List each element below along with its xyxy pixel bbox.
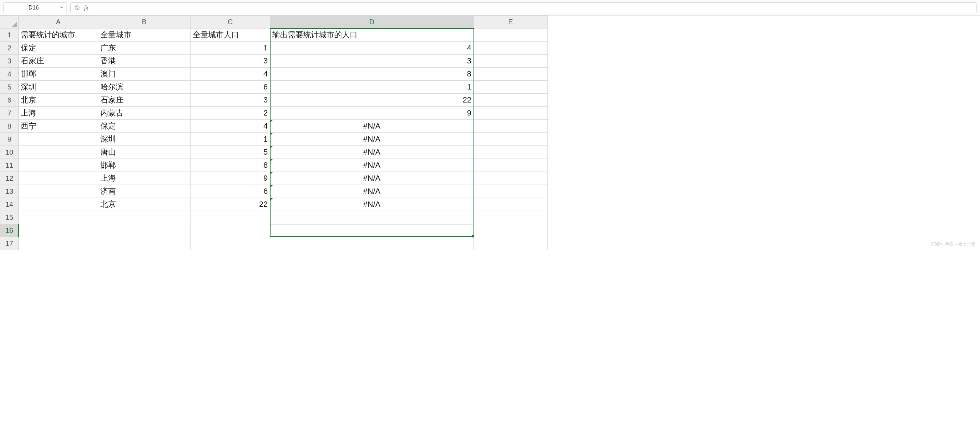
cell-D3[interactable]: 3 [270, 54, 474, 68]
cell-A16[interactable] [19, 224, 98, 237]
name-box[interactable]: D16 [3, 2, 67, 13]
cell-B9[interactable]: 深圳 [98, 133, 191, 146]
cell-E14[interactable] [474, 198, 548, 211]
row-header-9[interactable]: 9 [0, 133, 19, 146]
cell-D6[interactable]: 22 [270, 94, 474, 107]
column-header-C[interactable]: C [191, 16, 270, 29]
cell-C3[interactable]: 3 [191, 54, 270, 68]
cell-A3[interactable]: 石家庄 [19, 54, 98, 68]
cell-C8[interactable]: 4 [191, 120, 270, 133]
cell-B15[interactable] [98, 211, 191, 224]
cell-D12[interactable]: #N/A [270, 172, 474, 185]
cell-E4[interactable] [474, 68, 548, 81]
cell-C14[interactable]: 22 [191, 198, 270, 211]
cancel-icon[interactable] [74, 4, 81, 11]
row-header-6[interactable]: 6 [0, 94, 19, 107]
row-header-3[interactable]: 3 [0, 54, 19, 68]
cell-C4[interactable]: 4 [191, 68, 270, 81]
cell-A14[interactable] [19, 198, 98, 211]
cell-B1[interactable]: 全量城市 [98, 29, 191, 41]
formula-input-area[interactable]: fx [70, 2, 977, 13]
row-header-7[interactable]: 7 [0, 107, 19, 120]
cell-D1[interactable]: 输出需要统计城市的人口 [270, 29, 474, 41]
column-header-E[interactable]: E [474, 16, 548, 29]
cell-E10[interactable] [474, 146, 548, 159]
cell-A9[interactable] [19, 133, 98, 146]
column-header-A[interactable]: A [19, 16, 98, 29]
cell-C10[interactable]: 5 [191, 146, 270, 159]
cell-E15[interactable] [474, 211, 548, 224]
cell-E1[interactable] [474, 29, 548, 41]
cell-D17[interactable] [270, 237, 474, 250]
cell-E3[interactable] [474, 54, 548, 68]
cell-A5[interactable]: 深圳 [19, 81, 98, 94]
cell-A10[interactable] [19, 146, 98, 159]
cell-B7[interactable]: 内蒙古 [98, 107, 191, 120]
cell-B17[interactable] [98, 237, 191, 250]
cell-B4[interactable]: 澳门 [98, 68, 191, 81]
cell-E7[interactable] [474, 107, 548, 120]
cell-D11[interactable]: #N/A [270, 159, 474, 172]
cell-A13[interactable] [19, 185, 98, 198]
cell-D13[interactable]: #N/A [270, 185, 474, 198]
cell-C13[interactable]: 6 [191, 185, 270, 198]
row-header-15[interactable]: 15 [0, 211, 19, 224]
cell-E17[interactable] [474, 237, 548, 250]
cell-C5[interactable]: 6 [191, 81, 270, 94]
cell-D8[interactable]: #N/A [270, 120, 474, 133]
cell-C15[interactable] [191, 211, 270, 224]
cell-A1[interactable]: 需要统计的城市 [19, 29, 98, 41]
cell-B8[interactable]: 保定 [98, 120, 191, 133]
cell-B3[interactable]: 香港 [98, 54, 191, 68]
cell-A11[interactable] [19, 159, 98, 172]
formula-input[interactable] [96, 3, 973, 13]
row-header-17[interactable]: 17 [0, 237, 19, 250]
cell-C1[interactable]: 全量城市人口 [191, 29, 270, 41]
cell-B13[interactable]: 济南 [98, 185, 191, 198]
cell-B10[interactable]: 唐山 [98, 146, 191, 159]
cell-D14[interactable]: #N/A [270, 198, 474, 211]
cell-E12[interactable] [474, 172, 548, 185]
cell-B2[interactable]: 广东 [98, 41, 191, 54]
cell-C17[interactable] [191, 237, 270, 250]
cell-D16[interactable] [270, 224, 474, 237]
cell-A8[interactable]: 西宁 [19, 120, 98, 133]
cell-D5[interactable]: 1 [270, 81, 474, 94]
cell-C12[interactable]: 9 [191, 172, 270, 185]
row-header-12[interactable]: 12 [0, 172, 19, 185]
cell-C7[interactable]: 2 [191, 107, 270, 120]
cell-E11[interactable] [474, 159, 548, 172]
cell-B6[interactable]: 石家庄 [98, 94, 191, 107]
cell-E2[interactable] [474, 41, 548, 54]
cell-A4[interactable]: 邯郸 [19, 68, 98, 81]
row-header-1[interactable]: 1 [0, 29, 19, 41]
cell-C11[interactable]: 8 [191, 159, 270, 172]
cell-E6[interactable] [474, 94, 548, 107]
cell-A17[interactable] [19, 237, 98, 250]
cell-A12[interactable] [19, 172, 98, 185]
cell-A6[interactable]: 北京 [19, 94, 98, 107]
cell-A7[interactable]: 上海 [19, 107, 98, 120]
cell-E5[interactable] [474, 81, 548, 94]
spreadsheet-grid[interactable]: ABCDE1需要统计的城市全量城市全量城市人口输出需要统计城市的人口2保定广东1… [0, 16, 980, 250]
cell-D4[interactable]: 8 [270, 68, 474, 81]
cell-B16[interactable] [98, 224, 191, 237]
column-header-D[interactable]: D [270, 16, 474, 29]
column-header-B[interactable]: B [98, 16, 191, 29]
cell-E8[interactable] [474, 120, 548, 133]
row-header-16[interactable]: 16 [0, 224, 19, 237]
cell-B12[interactable]: 上海 [98, 172, 191, 185]
cell-D9[interactable]: #N/A [270, 133, 474, 146]
cell-B11[interactable]: 邯郸 [98, 159, 191, 172]
row-header-8[interactable]: 8 [0, 120, 19, 133]
cell-B14[interactable]: 北京 [98, 198, 191, 211]
row-header-5[interactable]: 5 [0, 81, 19, 94]
cell-E13[interactable] [474, 185, 548, 198]
cell-E16[interactable] [474, 224, 548, 237]
cell-D2[interactable]: 4 [270, 41, 474, 54]
row-header-13[interactable]: 13 [0, 185, 19, 198]
row-header-4[interactable]: 4 [0, 68, 19, 81]
cell-D15[interactable] [270, 211, 474, 224]
row-header-14[interactable]: 14 [0, 198, 19, 211]
cell-D7[interactable]: 9 [270, 107, 474, 120]
